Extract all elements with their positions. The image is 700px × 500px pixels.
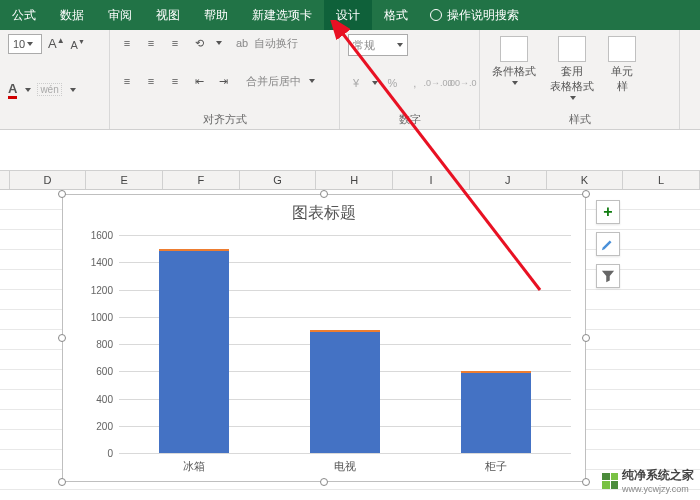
group-label-number: 数字 <box>348 110 471 127</box>
tab-formula[interactable]: 公式 <box>0 0 48 30</box>
tab-format[interactable]: 格式 <box>372 0 420 30</box>
merge-center-button[interactable]: 合并后居中 <box>246 74 301 89</box>
y-tick-label: 800 <box>96 339 113 350</box>
sheet-grid[interactable]: 图表标题 02004006008001000120014001600冰箱电视柜子… <box>0 190 700 494</box>
chart-object[interactable]: 图表标题 02004006008001000120014001600冰箱电视柜子 <box>62 194 586 482</box>
indent-dec-icon[interactable]: ⇤ <box>190 72 208 90</box>
group-styles: 条件格式 套用 表格格式 单元 样 样式 <box>480 30 680 129</box>
chart-bar[interactable] <box>159 249 229 453</box>
group-label-alignment: 对齐方式 <box>118 110 331 127</box>
watermark-url: www.ycwjzy.com <box>622 484 694 494</box>
col-header[interactable]: G <box>240 171 317 189</box>
align-center-icon[interactable]: ≡ <box>142 72 160 90</box>
ribbon-body: 10 A▲ A▼ A wén ≡ ≡ ≡ ⟲ ab 自动换行 ≡ ≡ ≡ ⇤ ⇥… <box>0 30 700 130</box>
col-header[interactable]: E <box>86 171 163 189</box>
col-header[interactable]: F <box>163 171 240 189</box>
orientation-icon[interactable]: ⟲ <box>190 34 208 52</box>
chart-style-button[interactable] <box>596 232 620 256</box>
tab-help[interactable]: 帮助 <box>192 0 240 30</box>
resize-handle[interactable] <box>582 190 590 198</box>
font-size-input[interactable]: 10 <box>8 34 42 54</box>
align-left-icon[interactable]: ≡ <box>118 72 136 90</box>
tab-data[interactable]: 数据 <box>48 0 96 30</box>
col-header[interactable]: D <box>10 171 87 189</box>
decrease-font-icon[interactable]: A▼ <box>71 38 85 51</box>
tab-review[interactable]: 审阅 <box>96 0 144 30</box>
y-tick-label: 0 <box>107 448 113 459</box>
conditional-format-button[interactable]: 条件格式 <box>488 34 540 87</box>
wrap-text-button[interactable]: 自动换行 <box>254 36 298 51</box>
resize-handle[interactable] <box>582 334 590 342</box>
font-color-icon[interactable]: A <box>8 81 17 99</box>
col-header[interactable]: K <box>547 171 624 189</box>
x-tick-label: 电视 <box>334 459 356 474</box>
watermark-logo-icon <box>602 473 618 489</box>
ribbon-tabs: 公式 数据 审阅 视图 帮助 新建选项卡 设计 格式 操作说明搜索 <box>0 0 700 30</box>
brush-icon <box>601 237 615 251</box>
y-tick-label: 1200 <box>91 284 113 295</box>
align-right-icon[interactable]: ≡ <box>166 72 184 90</box>
increase-font-icon[interactable]: A▲ <box>48 36 65 51</box>
col-header[interactable]: J <box>470 171 547 189</box>
align-top-icon[interactable]: ≡ <box>118 34 136 52</box>
chart-bar[interactable] <box>310 330 380 453</box>
percent-icon[interactable]: % <box>384 74 400 92</box>
align-bottom-icon[interactable]: ≡ <box>166 34 184 52</box>
align-middle-icon[interactable]: ≡ <box>142 34 160 52</box>
table-format-icon <box>558 36 586 62</box>
chart-plot-area[interactable]: 02004006008001000120014001600冰箱电视柜子 <box>119 235 571 453</box>
chart-bar[interactable] <box>461 371 531 453</box>
resize-handle[interactable] <box>58 190 66 198</box>
group-font: 10 A▲ A▼ A wén <box>0 30 110 129</box>
group-label-styles: 样式 <box>488 110 671 127</box>
currency-icon[interactable]: ¥ <box>348 74 364 92</box>
comma-icon[interactable]: , <box>407 74 423 92</box>
tell-me-label: 操作说明搜索 <box>447 7 519 24</box>
x-tick-label: 冰箱 <box>183 459 205 474</box>
tab-newtab[interactable]: 新建选项卡 <box>240 0 324 30</box>
x-tick-label: 柜子 <box>485 459 507 474</box>
col-header[interactable]: H <box>316 171 393 189</box>
y-tick-label: 1600 <box>91 230 113 241</box>
conditional-format-icon <box>500 36 528 62</box>
cell-styles-button[interactable]: 单元 样 <box>604 34 640 96</box>
column-headers: D E F G H I J K L <box>0 170 700 190</box>
y-tick-label: 1400 <box>91 257 113 268</box>
y-tick-label: 1000 <box>91 311 113 322</box>
resize-handle[interactable] <box>320 190 328 198</box>
resize-handle[interactable] <box>58 334 66 342</box>
phonetic-icon[interactable]: wén <box>37 83 61 96</box>
dec-decimal-icon[interactable]: .00→.0 <box>453 74 471 92</box>
y-tick-label: 200 <box>96 420 113 431</box>
col-header[interactable]: I <box>393 171 470 189</box>
chart-side-buttons: + <box>596 200 620 288</box>
number-format-select[interactable]: 常规 <box>348 34 408 56</box>
cell-styles-icon <box>608 36 636 62</box>
tab-design[interactable]: 设计 <box>324 0 372 30</box>
indent-inc-icon[interactable]: ⇥ <box>214 72 232 90</box>
chart-title[interactable]: 图表标题 <box>63 195 585 228</box>
tell-me-search[interactable]: 操作说明搜索 <box>420 0 529 30</box>
resize-handle[interactable] <box>58 478 66 486</box>
inc-decimal-icon[interactable]: .0→.00 <box>429 74 447 92</box>
resize-handle[interactable] <box>320 478 328 486</box>
watermark-text: 纯净系统之家 <box>622 467 694 484</box>
watermark: 纯净系统之家 www.ycwjzy.com <box>602 467 694 494</box>
col-header[interactable]: L <box>623 171 700 189</box>
resize-handle[interactable] <box>582 478 590 486</box>
group-number: 常规 ¥ % , .0→.00 .00→.0 数字 <box>340 30 480 129</box>
y-tick-label: 600 <box>96 366 113 377</box>
tab-view[interactable]: 视图 <box>144 0 192 30</box>
bulb-icon <box>430 9 442 21</box>
table-format-button[interactable]: 套用 表格格式 <box>546 34 598 102</box>
chart-filter-button[interactable] <box>596 264 620 288</box>
y-tick-label: 400 <box>96 393 113 404</box>
chart-add-element-button[interactable]: + <box>596 200 620 224</box>
group-alignment: ≡ ≡ ≡ ⟲ ab 自动换行 ≡ ≡ ≡ ⇤ ⇥ 合并后居中 对齐方式 <box>110 30 340 129</box>
funnel-icon <box>601 269 615 283</box>
